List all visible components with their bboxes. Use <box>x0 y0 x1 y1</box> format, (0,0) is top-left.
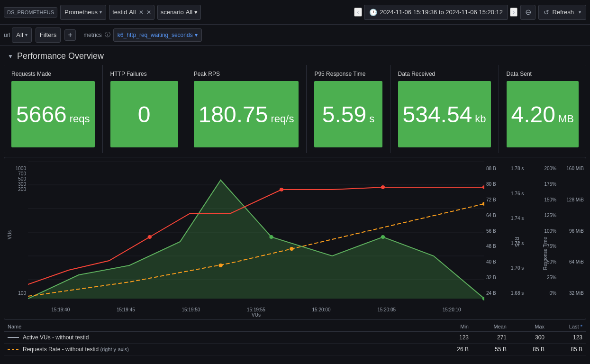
svg-point-12 <box>290 247 294 251</box>
testid-pill[interactable]: testid All ✕ ✕ <box>109 5 154 20</box>
metrics-dropdown[interactable]: k6_http_req_waiting_seconds ▾ <box>113 28 202 42</box>
svg-point-7 <box>148 235 152 239</box>
chevron-down-icon: ▾ <box>25 32 27 37</box>
url-filter-group: url All ▾ <box>4 27 32 43</box>
vus-mean: 271 <box>469 334 507 341</box>
stat-label: Data Sent <box>507 71 579 77</box>
col-last: Last * <box>545 324 582 329</box>
section-header: ▼ Performance Overview <box>0 46 590 65</box>
collapse-icon[interactable]: ▼ <box>8 53 13 60</box>
rps-last: 85 B <box>545 346 582 353</box>
filters-button[interactable]: Filters <box>36 27 61 43</box>
svg-point-8 <box>280 188 284 191</box>
stat-unit: MB <box>558 113 574 125</box>
stat-value: 534.54 kb <box>403 101 486 127</box>
rps-mean: 55 B <box>469 346 507 353</box>
chevron-down-icon: ▾ <box>579 9 581 15</box>
stat-value-area: 0 <box>110 81 178 147</box>
rps-label: Requests Rate - without testid (right y-… <box>23 346 129 353</box>
stat-cards: Requests Made 5666 reqs HTTP Failures 0 … <box>4 65 586 153</box>
vus-last: 123 <box>545 334 582 341</box>
zoom-out-button[interactable]: ⊖ <box>520 5 536 20</box>
stat-value: 5.59 s <box>322 101 374 127</box>
metrics-value: k6_http_req_waiting_seconds <box>118 32 193 38</box>
svg-point-14 <box>269 235 273 239</box>
url-dropdown[interactable]: All ▾ <box>12 27 31 43</box>
metrics-group: metrics ⓘ k6_http_req_waiting_seconds ▾ <box>83 28 201 42</box>
metrics-label: metrics <box>83 32 102 38</box>
legend-header: Name Min Mean Max Last * <box>4 322 586 332</box>
stat-unit: req/s <box>271 113 294 125</box>
col-name: Name <box>8 324 431 329</box>
scenario-value: All <box>186 9 192 16</box>
vus-max: 300 <box>507 334 545 341</box>
legend-table: Name Min Mean Max Last * Active VUs - wi… <box>4 322 586 355</box>
stat-value-area: 5666 reqs <box>11 81 95 147</box>
refresh-icon: ↺ <box>544 9 549 16</box>
rps-line-icon <box>8 349 19 350</box>
legend-name-rps: Requests Rate - without testid (right y-… <box>8 346 431 353</box>
svg-point-9 <box>381 185 385 189</box>
add-filter-button[interactable]: + <box>64 29 76 41</box>
info-icon[interactable]: ⓘ <box>105 31 110 39</box>
stat-unit: s <box>369 113 374 125</box>
legend-row-rps[interactable]: Requests Rate - without testid (right y-… <box>4 344 586 355</box>
stat-label: Requests Made <box>11 71 95 77</box>
stat-card-peak-rps: Peak RPS 180.75 req/s <box>186 65 307 153</box>
rps-min: 26 B <box>431 346 469 353</box>
col-max: Max <box>507 324 545 329</box>
refresh-button[interactable]: ↺ Refresh ▾ <box>538 5 586 20</box>
svg-point-11 <box>218 264 223 267</box>
stat-value: 0 <box>138 101 151 127</box>
datasource-value: Prometheus <box>64 9 98 16</box>
stat-label: HTTP Failures <box>110 71 178 77</box>
col-mean: Mean <box>469 324 507 329</box>
stat-value-area: 534.54 kb <box>398 81 491 147</box>
filter-bar: url All ▾ Filters + metrics ⓘ k6_http_re… <box>0 25 590 46</box>
left-axis-label: VUs <box>7 230 12 239</box>
time-prev-button[interactable]: ‹ <box>354 8 362 17</box>
testid-label: testid <box>112 9 127 16</box>
stat-card-data-sent: Data Sent 4.20 MB <box>499 65 586 153</box>
rps-max: 85 B <box>507 346 545 353</box>
scenario-label: scenario <box>161 9 184 16</box>
stat-unit: kb <box>475 113 486 125</box>
stat-label: Data Received <box>398 71 491 77</box>
stat-value-area: 5.59 s <box>314 81 382 147</box>
chevron-down-icon: ▾ <box>100 9 102 15</box>
vus-label: Active VUs - without testid <box>23 334 89 341</box>
stat-label: P95 Response Time <box>314 71 382 77</box>
ds-prometheus-label: DS_PROMETHEUS <box>4 7 57 18</box>
stat-label: Peak RPS <box>194 71 299 77</box>
stat-value: 4.20 MB <box>511 101 574 127</box>
datasource-dropdown[interactable]: Prometheus ▾ <box>60 5 106 20</box>
legend-name-vus: Active VUs - without testid <box>8 334 431 341</box>
time-range-value: 2024-11-06 15:19:36 to 2024-11-06 15:20:… <box>380 9 503 16</box>
chevron-down-icon: ▾ <box>194 9 198 16</box>
stat-value-area: 180.75 req/s <box>194 81 299 147</box>
filters-label: Filters <box>40 31 56 38</box>
stat-card-data-received: Data Received 534.54 kb <box>390 65 499 153</box>
chart-container: VUs 1000 700 500 300 200 100 <box>4 157 586 320</box>
stat-value-area: 4.20 MB <box>507 81 579 147</box>
stat-value: 180.75 req/s <box>199 101 294 127</box>
testid-value: All <box>129 9 136 16</box>
scenario-pill[interactable]: scenario All ▾ <box>157 5 201 20</box>
time-next-button[interactable]: › <box>510 8 517 17</box>
legend-row-vus[interactable]: Active VUs - without testid 123 271 300 … <box>4 332 586 344</box>
response-time-axis-label: Response Time <box>543 237 548 270</box>
testid-close-icon[interactable]: ✕ <box>139 9 144 16</box>
svg-marker-6 <box>28 180 484 299</box>
testid-x-icon[interactable]: ✕ <box>146 9 151 16</box>
chevron-down-icon: ▾ <box>195 32 198 38</box>
top-bar: DS_PROMETHEUS Prometheus ▾ testid All ✕ … <box>0 0 590 25</box>
stat-value: 5666 reqs <box>16 101 90 127</box>
chart-svg <box>28 161 484 303</box>
plus-icon: + <box>68 31 73 39</box>
clock-icon: 🕐 <box>369 9 377 16</box>
col-min: Min <box>431 324 469 329</box>
url-value: All <box>16 31 23 38</box>
time-range-picker[interactable]: 🕐 2024-11-06 15:19:36 to 2024-11-06 15:2… <box>364 5 508 20</box>
vus-line-icon <box>8 337 19 338</box>
url-filter-label: url <box>4 32 10 38</box>
